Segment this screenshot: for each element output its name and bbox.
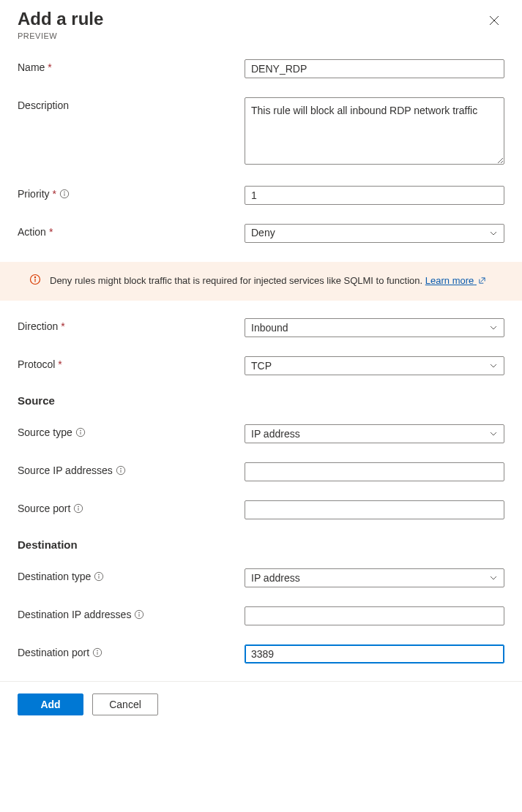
chevron-down-icon (489, 361, 498, 370)
close-icon (488, 15, 500, 26)
add-button[interactable]: Add (18, 693, 83, 715)
svg-line-8 (481, 278, 485, 282)
direction-value: Inbound (251, 321, 288, 336)
protocol-select[interactable]: TCP (245, 356, 504, 375)
warning-text: Deny rules might block traffic that is r… (50, 275, 425, 286)
svg-point-22 (139, 612, 140, 613)
cancel-button[interactable]: Cancel (92, 693, 158, 715)
source-type-select[interactable]: IP address (245, 424, 504, 443)
chevron-down-icon (489, 574, 498, 582)
priority-input[interactable] (245, 186, 504, 205)
direction-label: Direction (18, 320, 58, 332)
svg-point-16 (78, 506, 79, 507)
destination-ip-label: Destination IP addresses (18, 609, 131, 620)
svg-point-19 (99, 574, 100, 575)
protocol-value: TCP (251, 359, 272, 374)
chevron-down-icon (489, 229, 498, 238)
destination-port-label: Destination port (18, 647, 89, 658)
info-icon[interactable] (94, 571, 104, 582)
learn-more-link[interactable]: Learn more (425, 275, 486, 286)
info-icon[interactable] (75, 427, 86, 437)
destination-ip-input[interactable] (245, 606, 504, 625)
source-port-label: Source port (18, 503, 70, 514)
source-type-label: Source type (18, 426, 72, 438)
destination-type-select[interactable]: IP address (245, 568, 504, 587)
destination-type-value: IP address (251, 571, 300, 586)
source-ip-label: Source IP addresses (18, 465, 113, 476)
action-value: Deny (251, 226, 275, 241)
chevron-down-icon (489, 323, 498, 332)
required-indicator: * (49, 226, 53, 238)
info-icon[interactable] (92, 647, 102, 658)
source-section-heading: Source (18, 394, 504, 407)
action-label: Action (18, 226, 46, 238)
destination-type-label: Destination type (18, 571, 91, 582)
info-icon[interactable] (134, 609, 144, 620)
required-indicator: * (58, 358, 61, 370)
description-label: Description (18, 99, 69, 111)
priority-label: Priority (18, 188, 50, 200)
warning-info-icon (29, 274, 41, 285)
svg-point-10 (80, 430, 81, 431)
info-icon[interactable] (59, 189, 70, 199)
destination-section-heading: Destination (18, 538, 504, 551)
panel-title: Add a rule (18, 9, 103, 30)
svg-point-3 (64, 192, 65, 192)
svg-point-6 (34, 277, 35, 277)
svg-point-13 (120, 468, 121, 469)
external-link-icon (478, 277, 486, 285)
required-indicator: * (48, 61, 51, 73)
destination-port-input[interactable] (245, 644, 504, 663)
info-icon[interactable] (116, 465, 126, 475)
close-button[interactable] (484, 10, 504, 31)
panel-subtitle: PREVIEW (18, 31, 103, 40)
required-indicator: * (61, 320, 64, 332)
warning-banner: Deny rules might block traffic that is r… (0, 262, 522, 301)
chevron-down-icon (489, 429, 498, 438)
required-indicator: * (53, 188, 56, 200)
direction-select[interactable]: Inbound (245, 318, 504, 337)
action-select[interactable]: Deny (245, 224, 504, 243)
source-type-value: IP address (251, 427, 300, 442)
name-input[interactable] (245, 59, 504, 78)
name-label: Name (18, 61, 45, 73)
source-port-input[interactable] (245, 500, 504, 519)
info-icon[interactable] (73, 503, 83, 514)
description-input[interactable] (245, 97, 504, 165)
protocol-label: Protocol (18, 358, 55, 370)
source-ip-input[interactable] (245, 462, 504, 481)
svg-point-25 (97, 650, 98, 651)
